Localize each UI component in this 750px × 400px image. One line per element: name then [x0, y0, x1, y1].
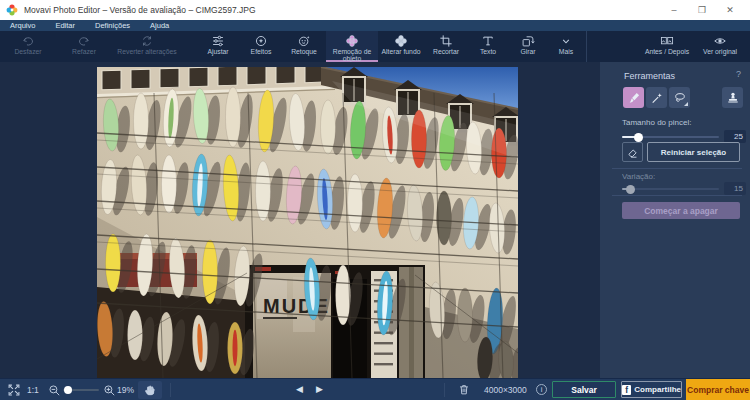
brush-icon	[627, 91, 641, 105]
titlebar: Movavi Photo Editor – Versão de avaliaçã…	[0, 0, 750, 20]
crop-icon	[439, 34, 453, 48]
maximize-button[interactable]: ❐	[688, 0, 716, 20]
actual-size-button[interactable]: 1:1	[27, 385, 39, 395]
brush-size-slider-thumb[interactable]	[634, 133, 643, 142]
image-dimensions: 4000×3000	[484, 385, 527, 395]
next-image-button[interactable]: ▶	[316, 384, 323, 394]
variation-value[interactable]: 15	[724, 182, 746, 195]
brush-tool-button[interactable]	[623, 87, 644, 108]
window-title: Movavi Photo Editor – Versão de avaliaçã…	[24, 5, 256, 15]
magic-wand-icon	[650, 91, 664, 105]
retouch-button[interactable]: Retoque	[282, 31, 326, 62]
more-tools-button[interactable]: Mais	[548, 31, 584, 62]
trash-icon[interactable]	[457, 383, 471, 397]
help-icon[interactable]: ?	[736, 69, 741, 79]
redo-button[interactable]: Refazer	[56, 31, 112, 62]
change-background-button[interactable]: Alterar fundo	[378, 31, 424, 62]
redo-icon	[77, 34, 91, 48]
eraser-icon	[626, 146, 639, 159]
chevron-down-icon	[559, 34, 573, 48]
eraser-button[interactable]	[622, 142, 643, 162]
zoom-slider[interactable]	[63, 389, 99, 391]
close-button[interactable]: ✕	[716, 0, 744, 20]
effects-icon	[254, 34, 268, 48]
zoom-slider-thumb[interactable]	[64, 386, 72, 394]
revert-icon	[140, 34, 154, 48]
facebook-icon: f	[622, 385, 631, 395]
brush-size-slider[interactable]	[622, 136, 719, 138]
variation-slider[interactable]	[622, 188, 719, 190]
variation-label: Variação:	[622, 172, 655, 181]
share-label: Compartilhe	[634, 385, 681, 394]
tools-panel-title: Ferramentas	[624, 71, 675, 81]
photo-canvas[interactable]: MUDE	[97, 67, 518, 378]
menu-definicoes[interactable]: Definições	[85, 21, 140, 30]
sidebar-divider-2	[612, 195, 742, 196]
menu-ajuda[interactable]: Ajuda	[140, 21, 179, 30]
text-tool-button[interactable]: Texto	[468, 31, 508, 62]
undo-button[interactable]: Desfazer	[0, 31, 56, 62]
fit-to-screen-icon[interactable]	[7, 383, 21, 397]
zoom-in-icon[interactable]	[103, 384, 116, 397]
info-icon[interactable]: i	[536, 384, 547, 395]
effects-button[interactable]: Efeitos	[240, 31, 282, 62]
change-background-icon	[394, 34, 408, 48]
toolbar-divider	[586, 31, 587, 62]
magic-wand-tool-button[interactable]	[646, 87, 667, 108]
brush-size-label: Tamanho do pincel:	[622, 118, 691, 127]
stamp-tool-button[interactable]	[722, 87, 743, 108]
workspace: MUDE Ferramentas ?	[0, 62, 750, 378]
stamp-icon	[726, 91, 740, 105]
zoom-percent: 19%	[117, 385, 134, 395]
photo-building-surfboards: MUDE	[97, 67, 518, 378]
adjust-icon	[211, 34, 225, 48]
share-button[interactable]: f Compartilhe	[621, 381, 682, 398]
minimize-button[interactable]: –	[660, 0, 688, 20]
movavi-logo-icon	[6, 4, 18, 16]
before-after-icon	[660, 34, 674, 48]
reset-selection-button[interactable]: Reiniciar seleção	[647, 142, 740, 162]
view-original-button[interactable]: Ver original	[696, 31, 744, 62]
retouch-icon	[297, 34, 311, 48]
menu-editar[interactable]: Editar	[45, 21, 85, 30]
sidebar-divider	[612, 168, 742, 169]
crop-button[interactable]: Recortar	[424, 31, 468, 62]
tools-panel: Ferramentas ?	[600, 62, 750, 378]
adjust-button[interactable]: Ajustar	[196, 31, 240, 62]
object-removal-button[interactable]: Remoção de objeto	[326, 31, 378, 62]
statusbar: 1:1 19% ◀ ▶	[0, 378, 750, 400]
hand-icon	[144, 384, 157, 397]
before-after-button[interactable]: Antes / Depois	[638, 31, 696, 62]
zoom-out-icon[interactable]	[48, 384, 61, 397]
buy-key-button[interactable]: Comprar chave	[686, 379, 750, 400]
movavi-photo-editor-window: Movavi Photo Editor – Versão de avaliaçã…	[0, 0, 750, 400]
undo-icon	[21, 34, 35, 48]
menubar: Arquivo Editar Definições Ajuda	[0, 20, 750, 31]
statusbar-divider-2	[444, 383, 445, 397]
lasso-tool-button[interactable]	[669, 87, 690, 108]
rotate-button[interactable]: Girar	[508, 31, 548, 62]
object-removal-icon	[345, 34, 359, 48]
eye-icon	[713, 34, 727, 48]
hand-tool-button[interactable]	[138, 381, 162, 399]
revert-changes-button[interactable]: Reverter alterações	[112, 31, 182, 62]
save-button[interactable]: Salvar	[552, 381, 616, 398]
variation-slider-thumb[interactable]	[626, 185, 635, 194]
lasso-icon	[673, 91, 687, 105]
start-erasing-button[interactable]: Começar a apagar	[622, 202, 740, 219]
previous-image-button[interactable]: ◀	[296, 384, 303, 394]
statusbar-divider	[170, 383, 171, 397]
text-icon	[481, 34, 495, 48]
menu-arquivo[interactable]: Arquivo	[0, 21, 45, 30]
toolbar: Desfazer Refazer Reverter alterações Aju…	[0, 31, 750, 62]
rotate-icon	[521, 34, 535, 48]
